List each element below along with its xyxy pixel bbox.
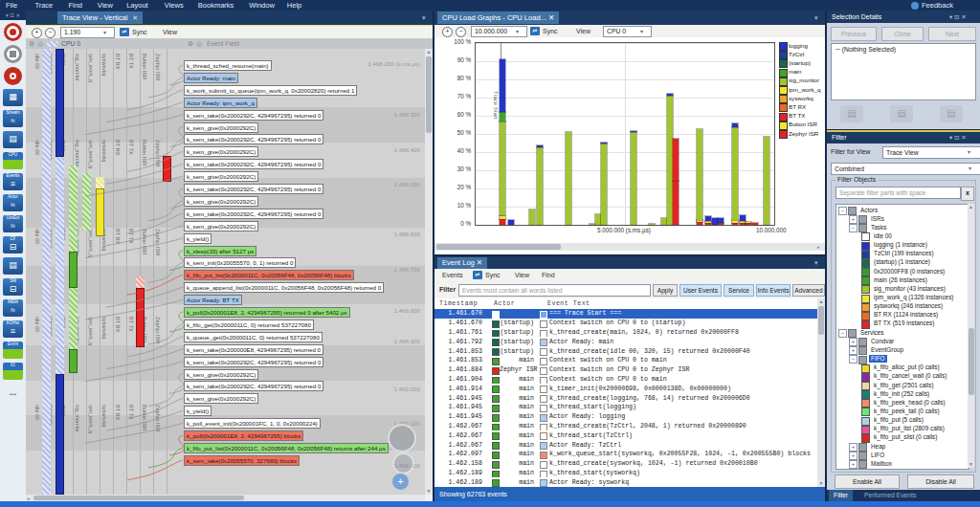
log-row[interactable]: 1.461.914maink_timer_init(0x20000698, 0x… <box>434 384 817 393</box>
elog-menu-events[interactable]: Events <box>442 272 462 278</box>
actor-graph-icon[interactable]: Actor≈ <box>3 194 23 211</box>
trace-hscrollbar[interactable]: ◂ <box>26 495 425 501</box>
tree-item[interactable]: −Tasks <box>836 223 969 231</box>
stop-button[interactable] <box>4 45 22 63</box>
tree-expander-icon[interactable]: − <box>838 207 847 215</box>
gear-icon[interactable]: ⚙ <box>29 40 34 48</box>
tree-item[interactable]: ipm_work_q (1326 instances) <box>836 294 969 302</box>
seldet-tool-icon-2[interactable]: ▤ <box>940 105 963 122</box>
tree-item[interactable]: k_fifo_peek_tail (0 calls) <box>836 407 969 415</box>
collapse-icon-2[interactable]: ◎ <box>196 40 202 48</box>
event-label[interactable]: Actor Ready: main <box>184 73 238 83</box>
filter-tree-scrollbar[interactable]: ▲▼ <box>968 204 974 468</box>
sync-icon[interactable]: ⇄ <box>530 27 540 35</box>
event-label[interactable]: k_queue_get(0x2000011C, 0) returned 5372… <box>184 332 323 342</box>
filter-view-combo[interactable]: Trace View▾ <box>882 146 980 159</box>
event-log-icon[interactable]: Events≡ <box>3 173 23 190</box>
trace-sync-label[interactable]: Sync <box>132 29 147 35</box>
event-label[interactable]: k_sem_give(0x2000292C) <box>184 393 258 404</box>
event-label[interactable]: k_yield() <box>184 406 212 416</box>
filter-header-buttons[interactable]: ▾ ⊡ ✕ <box>949 132 967 143</box>
log-row[interactable]: 1.462.158maink_thread_create(sysworkq, 1… <box>434 459 817 469</box>
log-row[interactable]: 1.461.904mainContext switch on CPU 0 to … <box>434 375 817 385</box>
event-label[interactable]: k_fifo_put_list(0x2000011C, 0x20056F48, … <box>184 443 389 453</box>
memory-graph-icon[interactable]: MEM≈ <box>3 299 23 317</box>
event-label[interactable]: k_poll(0x200001E8, 2, 4294967295) blocks <box>184 430 303 441</box>
log-row[interactable]: 1.462.189maink_thread_start(sysworkq) <box>434 469 817 478</box>
log-row[interactable]: 1.461.945maink_thread_create(logging, 76… <box>434 393 817 403</box>
cpu-hscrollbar[interactable]: ▸ <box>434 243 825 251</box>
trace-zoom-combo[interactable]: 1.190▾ <box>60 27 115 38</box>
scroll-up-icon[interactable]: ▲ <box>818 298 824 304</box>
elog-button-user-events[interactable]: User Events <box>679 284 722 297</box>
enable-all-button[interactable]: Enable All <box>835 474 900 489</box>
elog-button-advanced[interactable]: Advanced <box>792 284 825 297</box>
scroll-up-icon[interactable]: ▲ <box>426 49 432 55</box>
log-row[interactable]: 1.461.853(startup)k_thread_create(idle 0… <box>434 346 817 356</box>
log-row[interactable]: 1.461.945maink_thread_start(logging) <box>434 403 817 412</box>
snapshot-button[interactable] <box>4 67 22 85</box>
tree-item[interactable]: main (26 instances) <box>836 276 969 284</box>
elog-menu-find[interactable]: Find <box>542 272 555 278</box>
trace-blocks-icon[interactable]: ▤ <box>3 257 23 275</box>
event-label[interactable]: k_sem_give(0x2000292C) <box>184 146 258 157</box>
event-label[interactable]: k_poll_event_init(0x200001FC, 1, 0, 0x20… <box>184 418 321 429</box>
cpu-load-icon[interactable]: CPU <box>3 152 23 169</box>
tab-trace-view-vertical[interactable]: Trace View - Vertical✕ <box>57 11 143 24</box>
elog-menu-view[interactable]: View <box>515 272 529 278</box>
event-label[interactable]: k_yield() <box>184 233 212 244</box>
tree-item[interactable]: k_fifo_put_list (2809 calls) <box>836 425 969 433</box>
record-button[interactable] <box>4 23 22 41</box>
trace-view-menu[interactable]: View <box>163 29 177 35</box>
event-label[interactable]: Actor Ready: BT TX <box>184 295 242 305</box>
tree-item[interactable]: k_fifo_cancel_wait (0 calls) <box>836 372 969 381</box>
user-event-icon[interactable]: UsrEvt≈ <box>3 215 23 232</box>
event-label[interactable]: k_sem_take(0x2000292C, 4294967295) retur… <box>184 184 323 194</box>
event-label[interactable]: k_sem_take(0x200000E8, 4294967295) retur… <box>184 344 323 355</box>
elog-vscrollbar[interactable]: ▲▼ <box>817 298 825 487</box>
tree-item[interactable]: +Condvar <box>836 337 969 345</box>
event-label[interactable]: k_sem_init(0x20055570, 0, 1) returned 0 <box>184 257 296 268</box>
state-machine-icon[interactable]: SM⊟ <box>3 278 23 296</box>
float-add-button[interactable]: + <box>392 474 409 490</box>
tree-expander-icon[interactable]: − <box>849 224 858 232</box>
elog-filter-input[interactable]: Events must contain all words listed <box>458 284 651 297</box>
seldet-previous-button[interactable]: Previous <box>831 27 877 41</box>
tree-expander-icon[interactable]: + <box>849 338 858 346</box>
tree-item[interactable]: sysworkq (246 instances) <box>836 302 969 311</box>
cpu-select-combo[interactable]: CPU 0▾ <box>603 26 652 37</box>
elog-button-info-events[interactable]: Info Events <box>756 284 791 297</box>
communication-flow-icon[interactable]: CF⊟ <box>3 236 23 254</box>
filter-search-clear-button[interactable]: x <box>961 187 974 201</box>
tree-item[interactable]: −FIFO <box>836 355 969 364</box>
scroll-right-icon[interactable]: ▸ <box>817 244 820 250</box>
seldet-tool-icon-1[interactable]: ▤ <box>890 105 913 122</box>
event-label[interactable]: k_thread_sched_resume(main) <box>184 60 272 71</box>
tree-expander-icon[interactable]: − <box>849 355 858 364</box>
log-row[interactable]: 1.461.945mainActor Ready: logging <box>434 412 817 422</box>
sync-icon[interactable]: ⇄ <box>473 271 482 279</box>
scroll-thumb[interactable] <box>818 306 824 335</box>
event-label[interactable]: k_work_submit_to_queue(ipm_work_q, 0x200… <box>184 85 357 96</box>
tree-item[interactable]: +ISRs <box>836 214 969 223</box>
log-row[interactable]: 1.461.853mainContext switch on CPU 0 to … <box>434 356 817 365</box>
dashboard-icon[interactable]: ▦ <box>3 89 23 106</box>
elog-button-apply[interactable]: Apply <box>653 284 678 297</box>
tree-expander-icon[interactable]: − <box>838 329 847 338</box>
event-label[interactable]: k_sem_give(0x2000292C) <box>184 369 258 380</box>
event-label[interactable]: k_sem_give(0x2000292C) <box>184 122 258 133</box>
tree-expander-icon[interactable]: + <box>849 443 858 452</box>
tree-item[interactable]: −Services <box>836 328 969 337</box>
seldet-next-button[interactable]: Next <box>928 27 976 41</box>
trace-vscrollbar[interactable]: ▲▼ <box>425 49 433 495</box>
trace-panel-menu-icon[interactable]: ▾ <box>422 14 426 22</box>
event-label[interactable]: k_fifo_put_list(0x2000011C, 0x20056F48, … <box>184 270 354 280</box>
tree-expander-icon[interactable]: + <box>849 452 858 460</box>
log-row[interactable]: 1.461.670(startup)Context switch on CPU … <box>434 319 817 328</box>
tree-item[interactable]: BT TX (519 instances) <box>836 320 969 328</box>
elog-menu-sync[interactable]: Sync <box>485 272 501 278</box>
scroll-down-icon[interactable]: ▼ <box>969 461 974 467</box>
tree-item[interactable]: k_fifo_peek_head (0 calls) <box>836 398 969 407</box>
tree-item[interactable]: k_fifo_put_slist (0 calls) <box>836 433 969 442</box>
scroll-thumb[interactable] <box>426 56 432 133</box>
